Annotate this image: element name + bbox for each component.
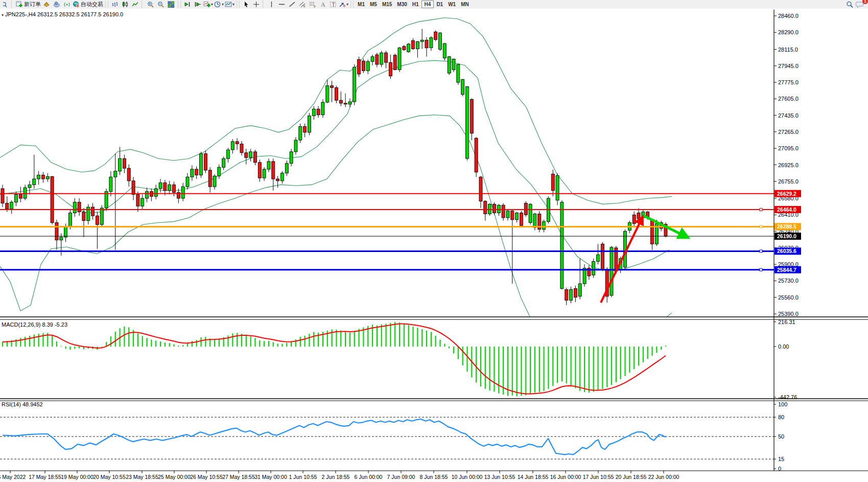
rsi-tick-label: 50 <box>778 433 784 440</box>
candle-body <box>276 179 279 181</box>
time-tick-label: 20 May 10:55 <box>93 474 126 480</box>
candle-body <box>127 168 130 181</box>
candle-body <box>420 40 424 42</box>
candle-body <box>385 53 388 62</box>
candle-body <box>55 223 58 240</box>
candle-body <box>601 244 604 269</box>
candle-body <box>466 87 469 159</box>
candle-body <box>339 100 342 103</box>
candle-body <box>389 62 392 76</box>
candle-body <box>317 109 320 114</box>
price-tick-label: 27265.0 <box>778 129 799 135</box>
price-line-badge: 26190.0 <box>775 233 801 240</box>
candle-body <box>344 103 347 104</box>
time-tick-label: 17 May 18:55 <box>29 474 61 480</box>
candle-body <box>407 44 410 52</box>
candle-body <box>132 181 135 195</box>
time-tick-label: 6 Jun 00:00 <box>355 474 383 480</box>
price-tick-label: 25390.0 <box>778 311 799 317</box>
time-tick-label: 26 May 10:55 <box>190 474 223 480</box>
svg-text:26035.6: 26035.6 <box>777 248 796 254</box>
candle-body <box>100 208 103 224</box>
candle-body <box>204 154 207 170</box>
candle-body <box>515 213 519 220</box>
candle-body <box>393 55 396 70</box>
price-chart[interactable]: 28460.028290.028115.027945.027775.027605… <box>0 0 868 482</box>
candle-body <box>136 194 139 206</box>
time-tick-label: 19 May 00:00 <box>61 474 93 480</box>
price-tick-label: 25560.0 <box>778 294 799 301</box>
candle-body <box>303 127 307 132</box>
candle-body <box>173 185 176 192</box>
candle-body <box>218 167 221 176</box>
candle-body <box>358 60 361 75</box>
time-tick-label: 14 Jun 18:55 <box>518 474 549 480</box>
candle-body <box>154 189 157 196</box>
candle-body <box>78 202 81 212</box>
candle-body <box>348 102 351 104</box>
candle-body <box>28 185 31 188</box>
candle-body <box>15 194 18 202</box>
candle-body <box>439 33 442 49</box>
time-tick-label: 7 Jun 09:00 <box>387 474 415 480</box>
hline-handle[interactable] <box>760 250 762 253</box>
svg-text:26629.2: 26629.2 <box>777 191 796 197</box>
candle-body <box>82 212 85 221</box>
candle-body <box>430 38 433 48</box>
candle-body <box>10 202 13 209</box>
candle-body <box>398 48 401 70</box>
price-tick-label: 27605.0 <box>778 96 799 102</box>
candle-body <box>191 169 194 177</box>
rsi-tick-label: 80 <box>778 414 784 420</box>
candle-body <box>42 175 45 179</box>
candle-body <box>371 57 374 62</box>
time-tick-label: 10 Jun 00:00 <box>452 474 483 480</box>
price-tick-label: 25730.0 <box>778 278 799 284</box>
candle-body <box>146 192 149 198</box>
candle-body <box>109 177 112 192</box>
hline-handle[interactable] <box>760 225 762 228</box>
candle-body <box>272 162 275 179</box>
candle-body <box>479 177 482 201</box>
candle-body <box>448 57 451 73</box>
candle-body <box>68 213 72 227</box>
candle-body <box>308 116 311 132</box>
candle-body <box>181 187 184 198</box>
chart-window[interactable]: 28460.028290.028115.027945.027775.027605… <box>0 0 868 482</box>
candle-body <box>312 109 315 116</box>
candle-body <box>263 169 266 178</box>
symbol-ohlc-label: ▾JPN225-,H4 26312.5 26332.5 26177.5 2619… <box>2 11 123 17</box>
rsi-indicator-label: RSI(14) 48.9452 <box>2 401 43 407</box>
time-tick-label: 25 May 00:00 <box>158 474 191 480</box>
hline-handle[interactable] <box>760 268 762 271</box>
time-tick-label: 27 May 18:55 <box>222 474 255 480</box>
candle-body <box>610 247 613 295</box>
price-tick-label: 27945.0 <box>778 63 799 69</box>
candle-body <box>412 40 415 49</box>
price-line-badge: 26629.2 <box>775 190 801 197</box>
candle-body <box>141 198 144 206</box>
candle-body <box>632 215 636 223</box>
candle-body <box>267 162 270 169</box>
price-tick-label: 26755.0 <box>778 178 799 185</box>
candle-body <box>565 290 568 301</box>
hline-handle[interactable] <box>760 209 762 211</box>
candle-body <box>96 216 99 224</box>
candle-body <box>326 86 329 102</box>
candle-body <box>493 204 496 213</box>
candle-body <box>254 152 257 163</box>
candle-body <box>321 102 324 115</box>
time-tick-label: 20 Jun 18:55 <box>616 474 647 480</box>
price-line-badge: 25844.7 <box>775 266 801 273</box>
candle-body <box>574 289 577 297</box>
candle-body <box>578 284 581 296</box>
macd-tick-label: -442.76 <box>778 394 797 400</box>
candle-body <box>163 183 167 191</box>
price-tick-label: 28115.0 <box>778 47 798 53</box>
price-line-badge: 26464.0 <box>775 206 801 213</box>
candle-body <box>91 207 95 216</box>
candle-body <box>73 202 76 213</box>
candle-body <box>366 61 369 71</box>
candle-body <box>6 203 9 209</box>
price-line-badge: 26288.5 <box>775 223 801 230</box>
